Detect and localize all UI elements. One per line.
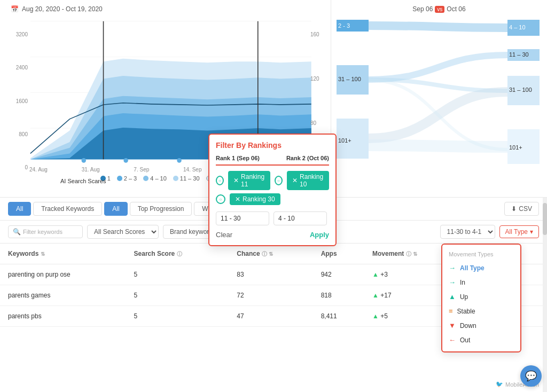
- movement-option-in[interactable]: → In: [442, 275, 520, 289]
- keyword-filter-wrap[interactable]: 🔍 Filter keywords: [8, 225, 83, 238]
- chance-cell-3: 47: [229, 306, 312, 327]
- search-score-select[interactable]: All Search Scores: [87, 225, 159, 239]
- apps-cell-1: 942: [313, 264, 364, 285]
- chance-cell-2: 72: [229, 285, 312, 306]
- movement-option-stable[interactable]: ≡ Stable: [442, 304, 520, 318]
- movement-option-up[interactable]: ▲ Up: [442, 289, 520, 304]
- legend-dot-11-30: [173, 176, 178, 181]
- search-score-cell-1: 5: [126, 264, 229, 285]
- y-axis-left: 3200 2400 1600 800 0: [11, 32, 28, 170]
- col-keywords: Keywords ⇅: [0, 244, 126, 264]
- right-scrollbar[interactable]: [543, 198, 547, 392]
- date-range-header: 📅 Aug 20, 2020 - Oct 19, 2020: [11, 5, 325, 13]
- circle-connector-1: ○: [216, 176, 224, 185]
- legend-11-30: 11 – 30: [173, 175, 200, 182]
- col-apps: Apps: [313, 244, 364, 264]
- keyword-filter-placeholder: Filter keywords: [23, 229, 62, 235]
- chat-bubble[interactable]: 💬: [520, 365, 542, 387]
- download-icon: ⬇: [511, 205, 517, 213]
- chat-icon: 💬: [525, 370, 537, 382]
- csv-label: CSV: [519, 205, 532, 213]
- tab-tracked[interactable]: Tracked Keywords: [33, 202, 102, 216]
- svg-text:4 – 10: 4 – 10: [509, 24, 526, 30]
- info-movement-icon: ⓘ: [406, 251, 411, 257]
- circle-connector-2: ○: [275, 176, 283, 185]
- clear-button[interactable]: Clear: [216, 231, 232, 239]
- keyword-cell-2: parents games: [0, 285, 126, 306]
- keyword-cell-3: parents pbs: [0, 306, 126, 327]
- ranking-tag-2: ✕ Ranking 10: [287, 171, 329, 190]
- rank-range-select[interactable]: 11-30 to 4-1: [440, 225, 495, 239]
- keyword-cell-1: parenting on purp ose: [0, 264, 126, 285]
- all-type-label: All Type: [505, 228, 528, 236]
- sankey-date2: Oct 06: [447, 5, 465, 13]
- scrollbar-thumb: [543, 203, 547, 235]
- svg-text:11 – 30: 11 – 30: [509, 51, 529, 58]
- pin-3: [177, 158, 181, 163]
- svg-text:31 – 100: 31 – 100: [338, 76, 361, 82]
- apps-cell-3: 8,411: [313, 306, 364, 327]
- rank1-header: Rank 1 (Sep 06): [216, 155, 260, 161]
- svg-text:101+: 101+: [338, 137, 351, 144]
- sort-chance-icon[interactable]: ⇅: [269, 251, 273, 257]
- all-type-button[interactable]: All Type ▾: [499, 225, 539, 238]
- ranking-tag-icon-3: ✕: [235, 195, 240, 203]
- apply-button[interactable]: Apply: [310, 231, 329, 239]
- movement-option-all[interactable]: → All Type: [442, 261, 520, 275]
- chevron-down-icon: ▾: [530, 228, 533, 236]
- filter-rankings-popup: Filter By Rankings Rank 1 (Sep 06) Rank …: [208, 134, 337, 246]
- tab-top-progression[interactable]: Top Progression: [130, 202, 192, 216]
- tab-all2[interactable]: All: [104, 202, 127, 216]
- movement-types-title: Movement Types: [442, 249, 520, 261]
- ranking-tag-icon-1: ✕: [233, 177, 239, 184]
- down-icon: ▼: [449, 322, 456, 330]
- calendar-icon: 📅: [11, 5, 19, 13]
- search-icon: 🔍: [13, 228, 21, 236]
- rank-input-1[interactable]: [216, 211, 269, 225]
- legend-2-3: 2 – 3: [117, 175, 137, 182]
- sort-movement-icon[interactable]: ⇅: [413, 251, 417, 257]
- vs-badge: vs: [435, 6, 444, 13]
- out-icon: ←: [449, 336, 456, 344]
- movement-up-icon-1: ▲: [372, 271, 379, 278]
- pin-1: [82, 158, 86, 163]
- apps-cell-2: 818: [313, 285, 364, 306]
- movement-option-down[interactable]: ▼ Down: [442, 318, 520, 333]
- all-type-icon: →: [449, 264, 456, 272]
- info-search-score-icon: ⓘ: [177, 251, 182, 257]
- search-score-cell-3: 5: [126, 306, 229, 327]
- right-chart: Sep 06 vs Oct 06 2 - 3 31 – 100 101+ 4 –…: [331, 0, 547, 198]
- svg-text:2 - 3: 2 - 3: [338, 22, 350, 29]
- ai-search-label: AI Search Scares: [60, 178, 106, 184]
- col-search-score: Search Score ⓘ: [126, 244, 229, 264]
- stable-icon: ≡: [449, 307, 453, 315]
- pin-2: [123, 158, 128, 163]
- movement-option-out[interactable]: ← Out: [442, 333, 520, 347]
- col-chance: Chance ⓘ ⇅: [229, 244, 312, 264]
- rank-input-2[interactable]: [274, 211, 327, 225]
- sort-keywords-icon[interactable]: ⇅: [41, 251, 45, 257]
- sankey-date1: Sep 06: [412, 5, 433, 13]
- chance-cell-1: 83: [229, 264, 312, 285]
- ranking-row-1: ○ ✕ Ranking 11 ○ ✕ Ranking 10: [216, 171, 329, 190]
- ranking-row-2: ○ ✕ Ranking 30: [216, 193, 329, 205]
- svg-text:101+: 101+: [509, 144, 522, 151]
- movement-up-icon-2: ▲: [372, 292, 379, 299]
- csv-button[interactable]: ⬇ CSV: [504, 202, 539, 216]
- popup-title: Filter By Rankings: [216, 141, 329, 150]
- movement-types-dropdown: Movement Types → All Type → In ▲ Up ≡ St…: [441, 244, 521, 352]
- legend-dot-4-10: [143, 176, 149, 181]
- ranking-tag-1: ✕ Ranking 11: [228, 171, 270, 190]
- circle-connector-3: ○: [216, 194, 225, 204]
- rank2-header: Rank 2 (Oct 06): [286, 155, 329, 161]
- ranking-tag-3: ✕ Ranking 30: [230, 193, 280, 205]
- movement-up-icon-3: ▲: [372, 312, 379, 320]
- info-chance-icon: ⓘ: [262, 251, 267, 257]
- ranking-tag-icon-2: ✕: [292, 177, 298, 184]
- legend-dot-2-3: [117, 176, 122, 181]
- tab-all[interactable]: All: [8, 202, 31, 216]
- search-score-cell-2: 5: [126, 285, 229, 306]
- date-range-text: Aug 20, 2020 - Oct 19, 2020: [22, 5, 103, 13]
- up-icon: ▲: [449, 293, 456, 301]
- ranking-tags: ○ ✕ Ranking 11 ○ ✕ Ranking 10 ○ ✕ Rankin…: [216, 171, 329, 205]
